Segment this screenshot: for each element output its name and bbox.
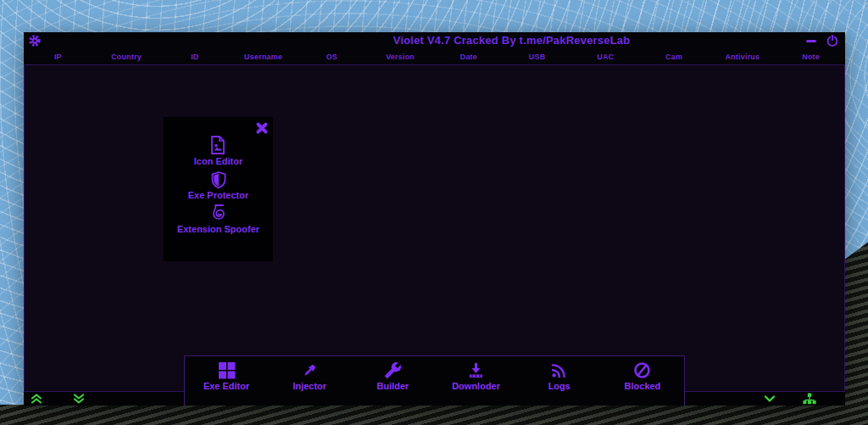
bottom-tab-bar: Exe Editor Injector	[184, 355, 685, 405]
tab-downloder[interactable]: Downloder	[435, 356, 518, 405]
tab-label: Exe Editor	[203, 381, 249, 391]
tab-builder[interactable]: Builder	[351, 356, 434, 405]
settings-gear-icon[interactable]	[29, 35, 41, 47]
client-table-header: IP Country ID Username OS Version Date U…	[24, 49, 845, 64]
tab-label: Builder	[376, 381, 409, 391]
column-header-note: Note	[776, 53, 845, 61]
blocked-icon	[633, 361, 651, 379]
tab-exe-editor[interactable]: Exe Editor	[185, 356, 268, 405]
spiral-icon	[210, 204, 227, 222]
column-header-ip: IP	[24, 53, 92, 61]
scroll-bottom-icon[interactable]	[72, 393, 86, 405]
column-header-country: Country	[92, 53, 161, 61]
column-header-date: Date	[435, 53, 504, 61]
popup-item-label: Extension Spoofer	[177, 224, 259, 234]
rss-icon	[550, 361, 568, 379]
tab-label: Downloder	[452, 381, 500, 391]
popup-item-extension-spoofer[interactable]: Extension Spoofer	[177, 204, 259, 234]
column-header-username: Username	[229, 53, 298, 61]
shield-icon	[211, 170, 226, 188]
power-icon[interactable]	[826, 35, 838, 47]
network-tree-icon[interactable]	[803, 393, 816, 405]
tab-logs[interactable]: Logs	[518, 356, 601, 405]
download-icon	[467, 361, 485, 379]
tab-blocked[interactable]: Blocked	[601, 356, 684, 405]
column-header-antivirus: Antivirus	[709, 53, 777, 61]
scroll-top-icon[interactable]	[30, 393, 43, 405]
exe-tools-popup: Icon Editor Exe Protector	[164, 117, 273, 261]
window-title: Violet V4.7 Cracked By t.me/PakReverseLa…	[393, 34, 631, 47]
chevron-down-icon[interactable]	[763, 393, 776, 405]
top-bar: Violet V4.7 Cracked By t.me/PakReverseLa…	[24, 32, 845, 64]
column-header-os: OS	[298, 53, 366, 61]
column-header-version: Version	[366, 53, 435, 61]
column-header-cam: Cam	[640, 53, 709, 61]
column-header-id: ID	[161, 53, 230, 61]
dropper-icon	[301, 361, 319, 379]
popup-item-exe-protector[interactable]: Exe Protector	[188, 170, 249, 200]
popup-item-label: Exe Protector	[188, 190, 249, 200]
client-list-area	[24, 64, 845, 392]
column-header-uac: UAC	[571, 53, 640, 61]
tab-injector[interactable]: Injector	[268, 356, 351, 405]
tab-label: Blocked	[625, 381, 661, 391]
minimize-icon[interactable]	[805, 35, 817, 47]
popup-item-label: Icon Editor	[194, 156, 242, 166]
popup-item-icon-editor[interactable]: Icon Editor	[194, 136, 242, 166]
image-file-icon	[209, 136, 226, 154]
title-bar: Violet V4.7 Cracked By t.me/PakReverseLa…	[24, 32, 845, 49]
wrench-icon	[384, 361, 402, 379]
tab-label: Logs	[548, 381, 570, 391]
column-header-usb: USB	[503, 53, 571, 61]
violet-app-window: Violet V4.7 Cracked By t.me/PakReverseLa…	[24, 32, 845, 405]
tab-label: Injector	[292, 381, 326, 391]
windows-icon	[218, 361, 236, 379]
